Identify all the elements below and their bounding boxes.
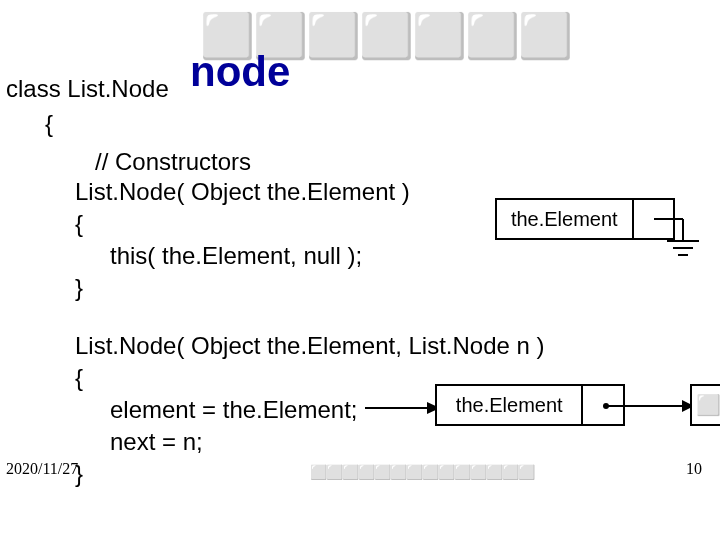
node-box-1: the.Element [495, 198, 675, 240]
code-brace-open: { [45, 110, 53, 138]
code-ctor1-signature: List.Node( Object the.Element ) [75, 178, 410, 206]
node-box-3: ⬜⬜⬜ [690, 384, 720, 426]
node-box-2-data: the.Element [437, 386, 583, 424]
node-box-2: the.Element [435, 384, 625, 426]
code-ctor1-close: } [75, 274, 83, 302]
code-ctor2-signature: List.Node( Object the.Element, List.Node… [75, 332, 545, 360]
code-ctor1-open: { [75, 210, 83, 238]
code-ctor2-open: { [75, 364, 83, 392]
code-ctor2-body-element: element = the.Element; [110, 396, 357, 424]
code-comment-constructors: // Constructors [95, 148, 251, 176]
node-box-3-glyphs: ⬜⬜⬜ [692, 386, 720, 424]
title-word: node [190, 48, 290, 96]
footer-date: 2020/11/27 [6, 460, 78, 478]
null-ground-icon [672, 219, 712, 269]
footer-page-number: 10 [686, 460, 702, 478]
arrow-element-to-box2 [365, 395, 440, 425]
node-box-1-data: the.Element [497, 200, 634, 238]
footer-glyphs: ⬜⬜⬜⬜⬜⬜⬜⬜⬜⬜⬜⬜⬜⬜ [310, 464, 534, 480]
code-ctor1-body: this( the.Element, null ); [110, 242, 362, 270]
code-class-declaration: class List.Node [6, 75, 169, 103]
arrow-box2-to-box3 [602, 396, 694, 426]
code-ctor2-body-next: next = n; [110, 428, 203, 456]
